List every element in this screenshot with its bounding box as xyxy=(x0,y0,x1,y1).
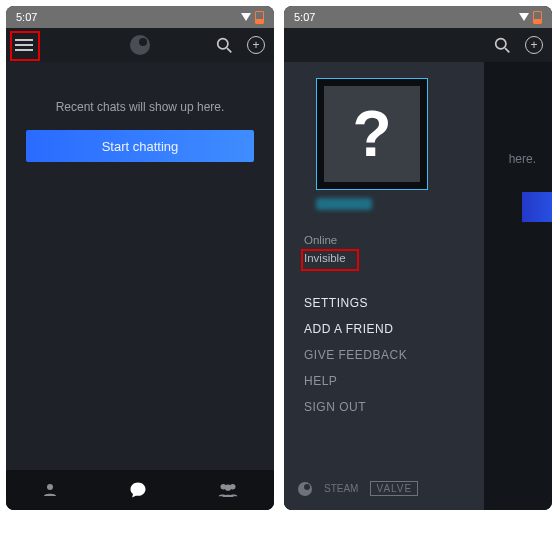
avatar-frame[interactable]: ? xyxy=(316,78,428,190)
peek-text: here. xyxy=(509,152,536,166)
group-icon xyxy=(217,481,239,499)
top-bar: + xyxy=(284,28,552,62)
steam-logo-icon xyxy=(130,35,150,55)
status-icons xyxy=(241,11,264,24)
svg-line-7 xyxy=(505,48,509,52)
menu-add-friend[interactable]: ADD A FRIEND xyxy=(304,322,470,336)
start-chatting-button[interactable]: Start chatting xyxy=(26,130,254,162)
search-icon xyxy=(216,37,233,54)
hamburger-icon xyxy=(15,38,33,52)
svg-line-1 xyxy=(227,48,231,52)
peek-start-button xyxy=(522,192,552,222)
status-bar: 5:07 xyxy=(284,6,552,28)
new-chat-button[interactable]: + xyxy=(524,35,544,55)
menu-settings-label: SETTINGS xyxy=(304,296,368,310)
search-icon xyxy=(494,37,511,54)
phone-left: 5:07 + Recent chats will show up here. S… xyxy=(6,6,274,510)
nav-groups[interactable] xyxy=(217,481,239,499)
start-chatting-label: Start chatting xyxy=(102,139,179,154)
status-invisible-label: Invisible xyxy=(304,252,346,264)
top-bar: + xyxy=(6,28,274,62)
nav-chat[interactable] xyxy=(128,480,148,500)
avatar-placeholder-icon: ? xyxy=(324,86,420,182)
chat-body: Recent chats will show up here. Start ch… xyxy=(6,62,274,510)
valve-logo: VALVE xyxy=(370,481,418,496)
svg-point-2 xyxy=(47,484,53,490)
empty-chats-text: Recent chats will show up here. xyxy=(6,100,274,114)
bottom-nav xyxy=(6,470,274,510)
menu-signout-label: SIGN OUT xyxy=(304,400,366,414)
steam-logo-icon xyxy=(298,482,312,496)
new-chat-button[interactable]: + xyxy=(246,35,266,55)
menu-feedback-label: GIVE FEEDBACK xyxy=(304,348,407,362)
person-icon xyxy=(41,481,59,499)
menu-help[interactable]: HELP xyxy=(304,374,470,388)
wifi-icon xyxy=(241,13,251,21)
search-button[interactable] xyxy=(492,35,512,55)
menu-signout[interactable]: SIGN OUT xyxy=(304,400,470,414)
menu-help-label: HELP xyxy=(304,374,337,388)
chat-icon xyxy=(128,480,148,500)
menu-settings[interactable]: SETTINGS xyxy=(304,296,470,310)
battery-icon xyxy=(533,11,542,24)
phone-right: 5:07 + here. ? Online Invisible xyxy=(284,6,552,510)
username-redacted xyxy=(316,198,372,210)
status-online[interactable]: Online xyxy=(304,234,470,246)
battery-icon xyxy=(255,11,264,24)
nav-drawer: ? Online Invisible SETTINGS ADD A FRIEND… xyxy=(284,62,484,510)
status-time: 5:07 xyxy=(16,11,37,23)
status-invisible[interactable]: Invisible xyxy=(304,252,470,264)
status-bar: 5:07 xyxy=(6,6,274,28)
svg-point-0 xyxy=(217,38,227,48)
menu-feedback[interactable]: GIVE FEEDBACK xyxy=(304,348,470,362)
status-online-label: Online xyxy=(304,234,337,246)
search-button[interactable] xyxy=(214,35,234,55)
status-icons xyxy=(519,11,542,24)
svg-point-5 xyxy=(225,485,231,491)
steam-text: STEAM xyxy=(324,483,358,494)
wifi-icon xyxy=(519,13,529,21)
status-time: 5:07 xyxy=(294,11,315,23)
drawer-footer: STEAM VALVE xyxy=(298,481,418,496)
svg-point-6 xyxy=(495,38,505,48)
plus-icon: + xyxy=(247,36,265,54)
plus-icon: + xyxy=(525,36,543,54)
menu-button[interactable] xyxy=(14,35,34,55)
menu-add-friend-label: ADD A FRIEND xyxy=(304,322,393,336)
nav-friends[interactable] xyxy=(41,481,59,499)
